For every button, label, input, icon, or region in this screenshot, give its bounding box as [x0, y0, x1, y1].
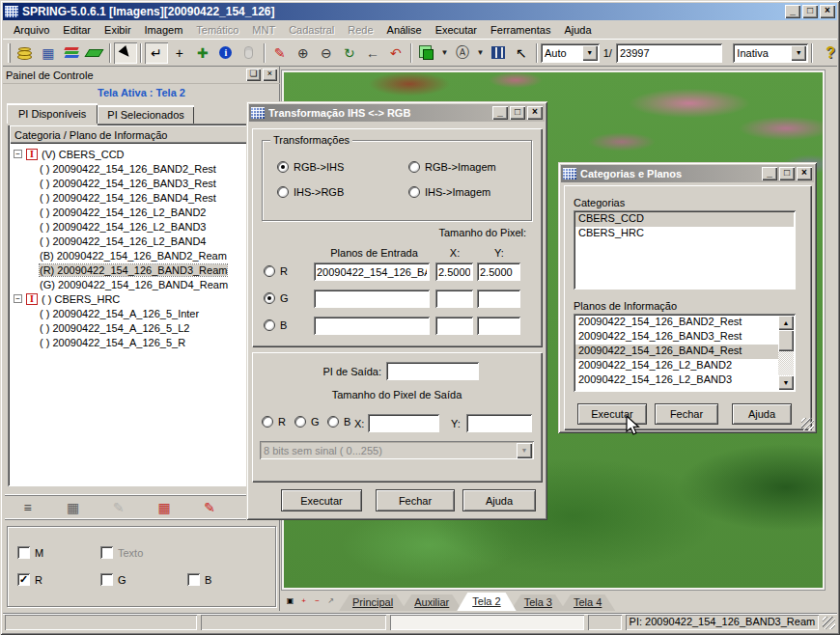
draw-area-icon[interactable]	[83, 42, 106, 64]
add-screen-icon[interactable]: +	[297, 590, 310, 611]
tree-category-row[interactable]: −I( ) CBERS_HRC	[14, 291, 273, 306]
tree-plane-row[interactable]: (B) 20090422_154_126_BAND2_Ream	[14, 248, 273, 262]
checkbox-box[interactable]	[100, 573, 113, 586]
plane-list-item[interactable]: 20090422_154_126_BAND2_Rest	[575, 316, 778, 330]
maximize-button[interactable]: □	[510, 106, 525, 120]
expand-icon[interactable]: −	[14, 150, 22, 158]
radio-output-g[interactable]	[294, 416, 306, 428]
output-pixel-x-input[interactable]	[368, 414, 439, 432]
scroll-up-icon[interactable]: ▲	[778, 316, 794, 330]
execute-button[interactable]: Executar	[281, 489, 362, 511]
tree-plane-row[interactable]: ( ) 20090422_154_126_BAND3_Rest	[14, 176, 273, 190]
tree-plane-row[interactable]: (G) 20090422_154_126_BAND4_Ream	[14, 277, 273, 291]
plane-list-item[interactable]: 20090422_154_126_BAND3_Rest	[575, 330, 778, 345]
close-button[interactable]: ×	[797, 167, 812, 180]
screen-tab-tela-2[interactable]: Tela 2	[457, 593, 516, 611]
maximize-button[interactable]: □	[779, 167, 795, 180]
table-edit-icon[interactable]: ▦	[153, 497, 176, 518]
ihs-dialog-titlebar[interactable]: Transformação IHS <-> RGB _ □ ×	[249, 104, 545, 122]
pixel-y-r-input[interactable]	[477, 262, 520, 281]
category-list-item[interactable]: CBERS_HRC	[575, 227, 794, 241]
plane-list-item[interactable]: 20090422_154_126_L2_BAND2	[575, 359, 778, 373]
zoom-in-icon[interactable]: ⊕	[292, 42, 315, 64]
categories-dialog-titlebar[interactable]: Categorias e Planos _ □ ×	[561, 165, 814, 182]
tab-pi-disponiveis[interactable]: PI Disponíveis	[7, 103, 98, 124]
menu-executar[interactable]: Executar	[429, 22, 484, 38]
measure-edit-icon[interactable]: ✎	[268, 42, 292, 64]
plane-g-input[interactable]	[314, 290, 430, 308]
pixel-x-b-input[interactable]	[435, 317, 473, 335]
pixel-y-g-input[interactable]	[477, 290, 520, 308]
checkbox-m[interactable]: M	[17, 546, 43, 559]
plane-b-input[interactable]	[314, 317, 430, 335]
checkbox-box[interactable]	[187, 573, 200, 586]
undo-icon[interactable]: ↶	[384, 42, 407, 64]
plane-list-item[interactable]: 20090422_154_126_BAND4_Rest	[575, 345, 778, 359]
plane-r-input[interactable]	[314, 262, 430, 281]
tree-plane-row[interactable]: ( ) 20090422_154_A_126_5_L2	[14, 320, 273, 335]
minimize-button[interactable]: _	[785, 5, 800, 18]
resize-grip[interactable]	[823, 617, 835, 629]
radio-output-b[interactable]	[327, 416, 339, 428]
category-list-item[interactable]: CBERS_CCD	[575, 212, 794, 227]
menu-análise[interactable]: Análise	[380, 22, 429, 38]
maximize-button[interactable]: □	[802, 5, 818, 18]
redraw-icon[interactable]: ↵	[145, 42, 168, 64]
help-icon[interactable]: ?	[826, 44, 835, 62]
minimize-button[interactable]: _	[492, 106, 508, 120]
screen-tab-tela-4[interactable]: Tela 4	[560, 594, 615, 611]
minimize-button[interactable]: _	[762, 167, 777, 180]
plane-list-item[interactable]: 20090422_154_126_L2_BAND3	[575, 373, 778, 388]
close-button[interactable]: ×	[820, 5, 835, 18]
tree-category-row[interactable]: −I(V) CBERS_CCD	[14, 147, 273, 161]
radio-output-r[interactable]	[262, 416, 273, 428]
project-icon[interactable]: ▦	[37, 42, 60, 64]
overlay-icon[interactable]	[415, 42, 438, 64]
erase-icon[interactable]: ✎	[198, 497, 221, 518]
add-point-icon[interactable]: +	[168, 42, 191, 64]
radio-rgb-to-ihs[interactable]	[277, 161, 289, 173]
help-button[interactable]: Ajuda	[462, 489, 536, 511]
screen-grid-icon[interactable]: ▣	[284, 590, 296, 611]
scrollbar-thumb[interactable]	[778, 330, 794, 351]
scale-denominator-input[interactable]	[616, 43, 722, 63]
tree-header[interactable]: Categoria / Plano de Informação	[10, 125, 273, 144]
resize-grip[interactable]	[801, 418, 814, 430]
tree-plane-row[interactable]: (R) 20090422_154_126_BAND3_Ream	[14, 262, 273, 277]
info-icon[interactable]	[214, 42, 238, 64]
toolbar-handle[interactable]	[8, 43, 11, 63]
layers-icon[interactable]	[60, 42, 83, 64]
radio-ihs-to-rgb[interactable]	[277, 186, 289, 198]
histogram-icon[interactable]	[487, 42, 510, 64]
menu-arquivo[interactable]: Arquivo	[7, 22, 56, 38]
output-pixel-y-input[interactable]	[466, 414, 532, 432]
tree-plane-row[interactable]: ( ) 20090422_154_126_BAND4_Rest	[14, 190, 273, 205]
radio-channel-b[interactable]	[264, 319, 275, 331]
tab-pi-selecionados[interactable]: PI Selecionados	[98, 105, 194, 124]
scale-mode-combo[interactable]: Auto ▼	[541, 43, 600, 63]
detach-screen-icon[interactable]: ↗	[324, 590, 337, 611]
close-dialog-button[interactable]: Fechar	[376, 489, 455, 511]
checkbox-b[interactable]: B	[187, 573, 211, 586]
tree-plane-row[interactable]: ( ) 20090422_154_126_L2_BAND3	[14, 219, 273, 234]
menu-imagem[interactable]: Imagem	[138, 22, 190, 38]
planes-scrollbar[interactable]: ▲ ▼	[778, 316, 794, 390]
menu-ajuda[interactable]: Ajuda	[557, 22, 598, 38]
label-dropdown-icon[interactable]: ▼	[474, 42, 487, 64]
pixel-y-b-input[interactable]	[477, 317, 520, 335]
overlay-dropdown-icon[interactable]: ▼	[438, 42, 451, 64]
screen-tab-auxiliar[interactable]: Auxiliar	[401, 594, 462, 611]
pan-icon[interactable]: ✚	[191, 42, 214, 64]
previous-zoom-icon[interactable]: ←	[361, 42, 384, 64]
cursor-add-icon[interactable]: ↖	[510, 42, 533, 64]
radio-channel-r[interactable]	[264, 265, 275, 277]
remove-screen-icon[interactable]: −	[311, 590, 323, 611]
expand-icon[interactable]: −	[14, 294, 22, 303]
label-scale-icon[interactable]: Ⓐ	[451, 42, 474, 64]
table-view-icon[interactable]: ▦	[62, 497, 85, 518]
chevron-down-icon[interactable]: ▼	[791, 45, 806, 61]
recompose-icon[interactable]: ↻	[338, 42, 361, 64]
zoom-out-icon[interactable]: ⊖	[315, 42, 338, 64]
help-button[interactable]: Ajuda	[732, 403, 792, 425]
menu-editar[interactable]: Editar	[56, 22, 98, 38]
